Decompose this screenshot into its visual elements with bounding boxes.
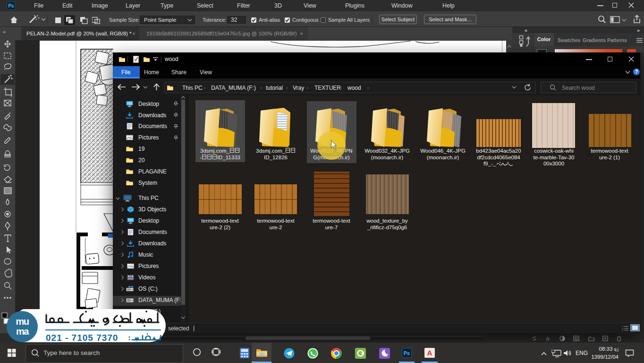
svg-text:021 - 7105 7370: 021 - 7105 7370 bbox=[46, 333, 118, 343]
svg-text:fx: fx bbox=[546, 336, 550, 341]
svg-text:mu: mu bbox=[16, 316, 29, 327]
svg-text:ma: ma bbox=[16, 326, 29, 337]
